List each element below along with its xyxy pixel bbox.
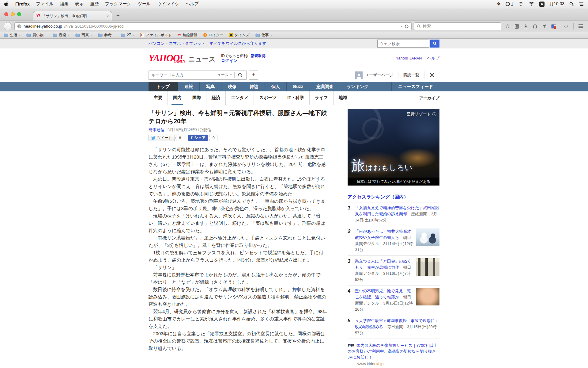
url-bar[interactable]: headlines.yahoo.co.jp/hl?a=20150316-0000… — [14, 22, 412, 30]
back-button[interactable]: ← — [4, 22, 12, 30]
news-search-box[interactable]: ニュース — [149, 71, 247, 80]
bookmark-folder-life[interactable]: 生活 — [4, 33, 21, 38]
subnav-local[interactable]: 地域 — [333, 91, 352, 105]
browser-search-box[interactable] — [414, 22, 501, 30]
main-nav: トップ 速報 写真 映像 雑誌 個人 Buzz 意識調査 ランキング ニュースフ… — [0, 82, 588, 91]
subscriptions-link[interactable]: 購読一覧 — [398, 71, 424, 79]
bookmark-times[interactable]: タイムズ — [229, 33, 249, 38]
subnav-world[interactable]: 国際 — [187, 91, 206, 105]
subnav-life[interactable]: ライフ — [309, 91, 333, 105]
ranking-thumbnail-snow[interactable] — [416, 228, 439, 246]
subnav-domestic[interactable]: 国内 — [168, 91, 187, 105]
user-page-link[interactable]: ユーザーページ — [350, 71, 398, 79]
web-search-button[interactable] — [430, 40, 439, 48]
subnav-it-science[interactable]: IT・科学 — [282, 91, 309, 105]
tab-close-icon[interactable]: × — [106, 14, 109, 18]
facebook-share-button[interactable]: f シェア — [188, 135, 209, 141]
new-tab-button[interactable]: + — [116, 13, 120, 19]
pdf-converter-button[interactable] — [551, 24, 559, 29]
menu-view[interactable]: 表示 — [75, 1, 84, 7]
bookmark-star-icon[interactable]: ☆ — [505, 24, 510, 29]
share-send-icon[interactable] — [542, 24, 547, 29]
hamburger-menu-icon[interactable] — [578, 24, 583, 28]
notification-center-icon[interactable] — [579, 2, 584, 6]
nav-magazine[interactable]: 雑誌 — [243, 82, 265, 91]
reload-icon[interactable] — [405, 24, 409, 29]
ad-banner-top[interactable]: 星野リゾートi 旅はおもしろい 日本には“訪れてみたい場所”がまだまだある — [348, 109, 439, 186]
nav-buzz[interactable]: Buzz — [286, 82, 310, 91]
bookmark-folder-photo[interactable]: 写真 — [75, 33, 92, 38]
bookmarks-panel-icon[interactable] — [514, 24, 519, 29]
nav-personal[interactable]: 個人 — [265, 82, 286, 91]
smiley-extension-icon[interactable]: ☺ — [564, 24, 569, 29]
spotlight-icon[interactable] — [569, 2, 574, 6]
nav-top[interactable]: トップ — [149, 82, 178, 91]
settings-button[interactable] — [424, 71, 439, 79]
downloads-icon[interactable] — [524, 24, 528, 29]
nav-video[interactable]: 映像 — [221, 82, 243, 91]
zoom-window-button[interactable] — [17, 12, 21, 16]
minimize-window-button[interactable] — [11, 12, 15, 16]
subnav-entertainment[interactable]: エンタメ — [225, 91, 254, 105]
nav-newsfeed[interactable]: ニュースフィード — [391, 82, 439, 91]
login-link[interactable]: ログイン — [221, 58, 237, 63]
dropbox-icon[interactable]: ❖ — [497, 1, 501, 7]
menu-file[interactable]: ファイル — [36, 1, 54, 7]
close-window-button[interactable] — [4, 12, 8, 16]
ad-info-icon[interactable]: i — [432, 112, 436, 116]
promo-link[interactable]: パソコン・スマホ・タブレット、すべてをウイルスから守ります — [149, 41, 266, 46]
nav-photo[interactable]: 写真 — [199, 82, 221, 91]
chevron-down-icon — [133, 35, 134, 36]
pr-ad-link[interactable]: 国内最大級の画像切抜サービス｜7700社以上のお客様がご利用中。高品質の切抜なら… — [348, 343, 437, 359]
yahoo-japan-link[interactable]: Yahoo! JAPAN — [396, 56, 422, 60]
nav-ranking[interactable]: ランキング — [340, 82, 375, 91]
browser-search-input[interactable] — [423, 24, 499, 29]
menu-edit[interactable]: 編集 — [60, 1, 69, 7]
nav-flash[interactable]: 速報 — [178, 82, 199, 91]
add-search-tab-button[interactable]: + — [249, 71, 258, 80]
bookmark-filepost[interactable]: Fファイルポスト — [140, 33, 172, 38]
subnav-economy[interactable]: 経済 — [206, 91, 225, 105]
news-search-input[interactable] — [149, 73, 211, 77]
menu-tools[interactable]: ツール — [138, 1, 151, 7]
apple-icon[interactable] — [4, 2, 9, 7]
archive-link[interactable]: アーカイブ — [419, 95, 439, 101]
wifi-icon[interactable] — [529, 2, 534, 6]
ranking-link[interactable]: 豊中の不明男児、池で発見 死亡を確認、過って転落か — [355, 289, 411, 299]
bookmark-folder-music[interactable]: 音楽 — [53, 33, 70, 38]
news-search-button[interactable] — [235, 73, 246, 78]
menubar-clock[interactable]: 月10:03 — [549, 1, 564, 7]
subnav-sports[interactable]: スポーツ — [254, 91, 282, 105]
bookmark-reuters[interactable]: ロイター — [203, 33, 224, 38]
article-source-link[interactable]: 時事通信 — [149, 128, 164, 132]
yahoo-logo[interactable]: YAHOO! JAPAN ニュース — [149, 54, 216, 63]
bookmark-transit[interactable]: Y!路線情報 — [178, 33, 198, 38]
ranking-thumbnail-classroom[interactable] — [416, 258, 439, 276]
browser-tab[interactable]: Y! 「サリン」検出、今も鮮明... × — [33, 11, 112, 21]
subnav-major[interactable]: 主要 — [149, 91, 168, 105]
register-link[interactable]: 新規取得 — [251, 54, 266, 58]
menu-bookmarks[interactable]: ブックマーク — [105, 1, 131, 7]
tweet-button[interactable]: ツイート — [149, 135, 175, 141]
creative-cloud-icon[interactable]: 1 — [506, 2, 513, 6]
search-scope-select[interactable]: ニュース — [211, 72, 235, 78]
home-icon[interactable] — [533, 24, 537, 29]
bookmark-folder-reference[interactable]: 参考 — [98, 33, 115, 38]
menu-help[interactable]: ヘルプ — [186, 1, 199, 7]
bookmark-folder-27[interactable]: 27 — [121, 33, 134, 37]
wifi-transfer-icon[interactable] — [518, 2, 524, 6]
bookmark-folder-work[interactable]: 仕事 — [255, 33, 272, 38]
menu-history[interactable]: 履歴 — [90, 1, 99, 7]
ranking-link[interactable]: 「何があった…」福井大特命准教授や女子院生の知人ら — [355, 229, 411, 240]
input-source-icon[interactable]: A — [539, 2, 545, 7]
web-search-input[interactable] — [377, 40, 429, 48]
menu-window[interactable]: ウインドウ — [157, 1, 179, 7]
nav-poll[interactable]: 意識調査 — [310, 82, 340, 91]
url-dropdown-icon[interactable] — [401, 26, 402, 27]
bookmark-folder-shopping[interactable]: 買い物 — [26, 33, 47, 38]
ranking-item: 1 「女湯丸見えで精神的苦痛を受けた」武田尾温泉を利用した親娘の訴え棄却 産経新… — [348, 202, 439, 226]
help-link[interactable]: ヘルプ — [427, 56, 439, 60]
pr-badge: PR — [348, 343, 354, 348]
menu-firefox[interactable]: Firefox — [15, 2, 30, 6]
ranking-thumbnail-boy[interactable] — [416, 288, 439, 305]
